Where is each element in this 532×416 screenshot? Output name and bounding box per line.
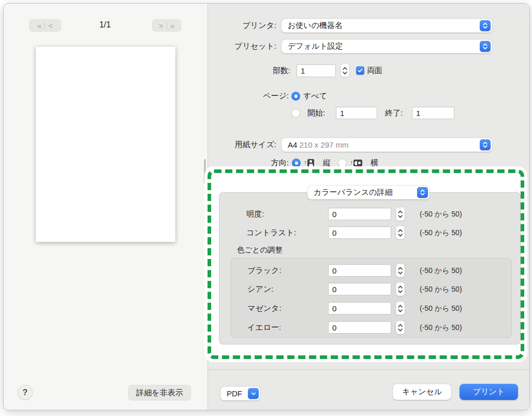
magenta-stepper[interactable]	[396, 302, 405, 315]
contrast-stepper[interactable]	[396, 226, 405, 239]
previous-page-button[interactable]: « <	[29, 19, 61, 32]
cancel-button[interactable]: キャンセル	[393, 384, 451, 400]
next-page-button[interactable]: > »	[152, 19, 181, 32]
duplex-label: 両面	[367, 65, 382, 76]
paper-size-value: A4	[288, 140, 297, 149]
stepper-updown-icon	[397, 323, 403, 333]
stepper-updown-icon	[397, 304, 403, 313]
brightness-stepper[interactable]	[396, 207, 405, 221]
settings-pane-select[interactable]: カラーバランスの詳細	[307, 185, 430, 199]
cyan-range: (-50 から 50)	[420, 284, 462, 294]
pages-end-input[interactable]	[412, 107, 454, 119]
nav-divider	[45, 22, 45, 29]
magenta-range: (-50 から 50)	[420, 303, 462, 313]
per-color-group-label: 色ごとの調整	[237, 245, 283, 255]
page-preview	[36, 47, 175, 242]
yellow-input[interactable]	[328, 321, 391, 334]
stepper-updown-icon	[397, 209, 403, 219]
pages-start-input[interactable]	[336, 107, 377, 119]
cyan-label: シアン:	[247, 284, 273, 294]
black-input[interactable]	[328, 264, 391, 277]
yellow-range: (-50 から 50)	[420, 322, 462, 333]
help-button[interactable]: ?	[18, 385, 33, 400]
magenta-label: マゼンタ:	[247, 303, 282, 313]
stepper-updown-icon	[397, 266, 403, 276]
next-page-icon: >	[159, 21, 164, 30]
contrast-input[interactable]	[328, 226, 391, 239]
printer-label: プリンタ:	[211, 20, 276, 31]
popup-updown-icon	[480, 41, 491, 52]
duplex-checkbox[interactable]	[356, 66, 364, 75]
pages-label: ページ:	[211, 91, 289, 101]
print-button[interactable]: プリント	[460, 384, 518, 400]
stepper-updown-icon	[342, 66, 348, 76]
chevron-down-icon	[248, 388, 259, 399]
copies-label: 部数:	[211, 65, 290, 76]
copies-stepper[interactable]	[341, 64, 349, 77]
preset-label: プリセット:	[211, 41, 276, 51]
brightness-label: 明度:	[246, 209, 264, 219]
stepper-updown-icon	[397, 228, 403, 238]
popup-updown-icon	[480, 139, 491, 150]
brightness-range: (-50 から 50)	[420, 209, 462, 219]
contrast-label: コントラスト:	[246, 227, 296, 238]
pages-start-label: 開始:	[307, 108, 325, 118]
popup-updown-icon	[480, 20, 491, 31]
stepper-updown-icon	[397, 284, 403, 294]
paper-size-select[interactable]: A4 210 x 297 mm	[282, 138, 492, 152]
printer-select[interactable]: お使いの機器名	[282, 19, 492, 33]
page-counter: 1/1	[84, 20, 126, 30]
paper-size-label: 用紙サイズ:	[211, 139, 276, 150]
last-page-icon: »	[170, 21, 174, 30]
yellow-label: イエロー:	[247, 322, 281, 333]
settings-pane-title: カラーバランスの詳細	[307, 188, 417, 197]
print-dialog: « < 1/1 > » プリンタ: お使いの機器名 プリセット: デフォルト	[3, 3, 530, 410]
cyan-stepper[interactable]	[396, 282, 405, 296]
checkmark-icon	[357, 67, 363, 74]
pages-all-label: すべて	[303, 91, 327, 101]
preset-value: デフォルト設定	[282, 41, 480, 51]
black-range: (-50 から 50)	[420, 265, 462, 276]
paper-size-dimensions: 210 x 297 mm	[300, 140, 349, 149]
pages-end-label: 終了:	[385, 108, 403, 118]
preset-select[interactable]: デフォルト設定	[282, 39, 492, 53]
copies-input[interactable]	[297, 64, 336, 77]
hide-details-button[interactable]: 詳細を非表示	[128, 385, 191, 400]
pdf-label: PDF	[220, 389, 248, 398]
previous-page-icon: <	[48, 21, 53, 30]
pages-range-radio[interactable]	[291, 109, 300, 118]
first-page-icon: «	[37, 21, 41, 30]
contrast-range: (-50 から 50)	[420, 227, 462, 238]
cyan-input[interactable]	[328, 283, 391, 295]
pages-all-radio[interactable]	[291, 92, 300, 101]
print-dialog-screen: « < 1/1 > » プリンタ: お使いの機器名 プリセット: デフォルト	[0, 0, 532, 416]
brightness-input[interactable]	[328, 208, 391, 220]
yellow-stepper[interactable]	[396, 321, 405, 334]
black-label: ブラック:	[247, 265, 282, 276]
popup-updown-icon	[417, 187, 428, 198]
nav-divider	[167, 22, 167, 29]
printer-value: お使いの機器名	[282, 21, 480, 31]
footer-divider	[208, 369, 530, 370]
black-stepper[interactable]	[396, 264, 405, 277]
pdf-menu-button[interactable]: PDF	[220, 386, 260, 400]
magenta-input[interactable]	[328, 302, 391, 314]
